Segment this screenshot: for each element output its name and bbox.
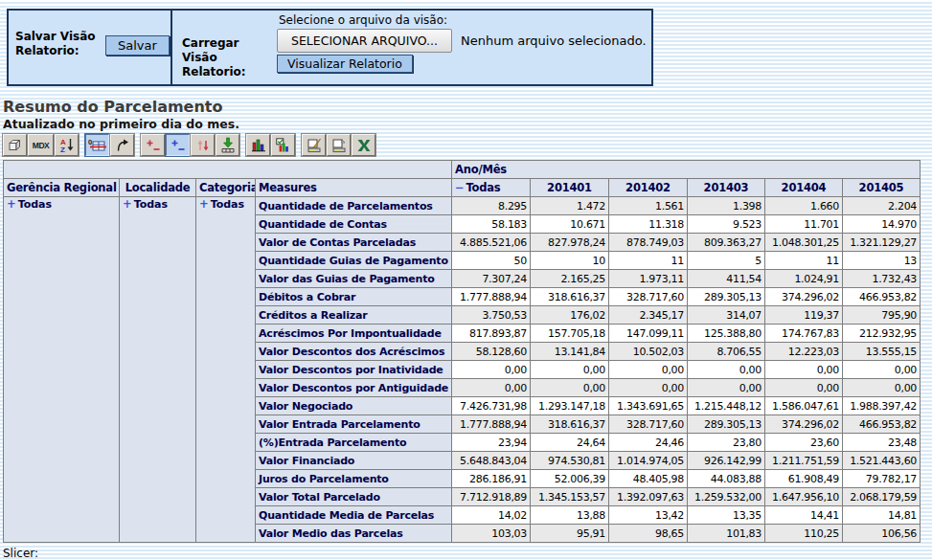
value-cell: 1.732,43 xyxy=(843,270,921,288)
panel-divider xyxy=(170,11,172,84)
suppress-empty-icon[interactable]: 0 xyxy=(85,134,109,156)
drill-position-icon[interactable] xyxy=(166,134,190,156)
value-cell: 1.211.751,59 xyxy=(765,452,843,470)
expand-icon[interactable]: + xyxy=(123,197,132,211)
value-cell: 147.099,11 xyxy=(609,325,688,343)
swap-axes-icon[interactable] xyxy=(110,134,134,156)
row-member-label: Todas xyxy=(134,198,168,211)
value-cell: 14,02 xyxy=(452,506,531,525)
value-cell: 314,07 xyxy=(688,306,765,325)
value-cell: 0,00 xyxy=(843,361,921,379)
print-icon[interactable] xyxy=(327,134,351,156)
drill-member-icon[interactable] xyxy=(141,134,165,156)
value-cell: 1.647.956,10 xyxy=(765,488,843,506)
value-cell: 1.014.974,05 xyxy=(609,452,688,470)
page-subtitle: Atualizado no primeiro dia do mes. xyxy=(3,117,239,131)
value-cell: 1.398 xyxy=(688,197,765,215)
select-file-button[interactable]: SELECIONAR ARQUIVO... xyxy=(277,29,452,53)
value-cell: 24,46 xyxy=(609,434,688,452)
measure-label-cell: Valor Descontos por Antiguidade xyxy=(256,379,452,397)
slicer-label: Slicer: xyxy=(3,547,38,560)
value-cell: 58.128,60 xyxy=(452,343,531,361)
measures-header: Measures xyxy=(256,179,452,197)
value-cell: 1.392.097,63 xyxy=(609,488,688,506)
drill-through-icon[interactable] xyxy=(216,134,239,156)
print-config-icon[interactable] xyxy=(302,134,326,156)
column-header: 201405 xyxy=(843,179,921,197)
chart-config-icon[interactable] xyxy=(271,134,295,156)
value-cell: 24,64 xyxy=(531,434,609,452)
show-chart-icon[interactable] xyxy=(246,134,270,156)
measure-label-cell: Valor de Contas Parceladas xyxy=(256,234,452,252)
value-cell: 10 xyxy=(531,252,609,270)
load-view-label: Carregar Visão Relatorio: xyxy=(182,36,274,79)
svg-text:Z: Z xyxy=(60,146,65,153)
measure-label-cell: (%)Entrada Parcelamento xyxy=(256,434,452,452)
value-cell: 50 xyxy=(452,252,531,270)
value-cell: 7.307,24 xyxy=(452,270,531,288)
value-cell: 98,65 xyxy=(609,525,688,543)
value-cell: 1.973,11 xyxy=(609,270,688,288)
value-cell: 106,56 xyxy=(843,525,921,543)
value-cell: 52.006,39 xyxy=(531,470,609,488)
measure-label-cell: Valor Financiado xyxy=(256,452,452,470)
value-cell: 1.293.147,18 xyxy=(531,397,609,415)
page-title: Resumo do Parcelamento xyxy=(3,98,223,116)
value-cell: 157.705,18 xyxy=(531,325,609,343)
row-member-cell: +Todas xyxy=(196,197,256,543)
cube-navigator-icon[interactable] xyxy=(3,134,27,156)
value-cell: 1.215.448,12 xyxy=(688,397,765,415)
value-cell: 809.363,27 xyxy=(688,234,765,252)
measure-label-cell: Quantidade de Parcelamentos xyxy=(256,197,452,215)
value-cell: 1.472 xyxy=(531,197,609,215)
value-cell: 23,60 xyxy=(765,434,843,452)
value-cell: 2.068.179,59 xyxy=(843,488,921,506)
save-button[interactable]: Salvar xyxy=(105,35,170,56)
value-cell: 0,00 xyxy=(609,379,688,397)
value-cell: 1.988.397,42 xyxy=(843,397,921,415)
measure-label-cell: Valor Entrada Parcelamento xyxy=(256,415,452,434)
value-cell: 289.305,13 xyxy=(688,288,765,306)
value-cell: 817.893,87 xyxy=(452,325,531,343)
column-header: 201403 xyxy=(688,179,765,197)
value-cell: 23,48 xyxy=(843,434,921,452)
mdx-button[interactable]: MDX xyxy=(28,134,54,156)
corner-cell xyxy=(4,161,452,179)
value-cell: 95,91 xyxy=(531,525,609,543)
column-header-label: Todas xyxy=(466,181,500,194)
excel-icon[interactable] xyxy=(352,134,375,156)
row-member-cell: +Todas xyxy=(120,197,196,543)
value-cell: 174.767,83 xyxy=(765,325,843,343)
value-cell: 13.555,15 xyxy=(843,343,921,361)
value-cell: 1.343.691,65 xyxy=(609,397,688,415)
value-cell: 0,00 xyxy=(843,379,921,397)
measure-label-cell: Acréscimos Por Impontualidade xyxy=(256,325,452,343)
view-report-button[interactable]: Visualizar Relatorio xyxy=(277,55,413,73)
value-cell: 926.142,99 xyxy=(688,452,765,470)
value-cell: 466.953,82 xyxy=(843,415,921,434)
value-cell: 466.953,82 xyxy=(843,288,921,306)
value-cell: 13 xyxy=(843,252,921,270)
value-cell: 0,00 xyxy=(531,379,609,397)
sort-icon[interactable]: AZ xyxy=(55,134,79,156)
value-cell: 8.706,55 xyxy=(688,343,765,361)
value-cell: 10.502,03 xyxy=(609,343,688,361)
value-cell: 8.295 xyxy=(452,197,531,215)
value-cell: 176,02 xyxy=(531,306,609,325)
svg-text:0: 0 xyxy=(88,138,92,146)
value-cell: 0,00 xyxy=(688,361,765,379)
value-cell: 13,42 xyxy=(609,506,688,525)
drill-replace-icon[interactable] xyxy=(191,134,215,156)
value-cell: 11.318 xyxy=(609,215,688,234)
measure-label-cell: Valor Negociado xyxy=(256,397,452,415)
value-cell: 7.426.731,98 xyxy=(452,397,531,415)
collapse-icon[interactable]: − xyxy=(455,181,464,194)
value-cell: 318.616,37 xyxy=(531,415,609,434)
expand-icon[interactable]: + xyxy=(199,197,209,211)
measure-label-cell: Quantidade de Contas xyxy=(256,215,452,234)
expand-icon[interactable]: + xyxy=(7,197,16,211)
value-cell: 974.530,81 xyxy=(531,452,609,470)
value-cell: 103,03 xyxy=(452,525,531,543)
value-cell: 101,83 xyxy=(688,525,765,543)
value-cell: 79.782,17 xyxy=(843,470,921,488)
